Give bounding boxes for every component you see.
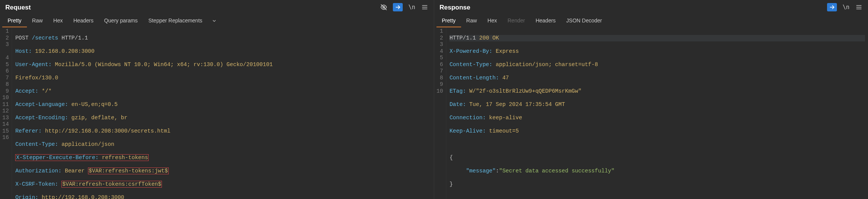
tab-hex[interactable]: Hex (482, 15, 502, 27)
response-tabs: Pretty Raw Hex Render Headers JSON Decod… (434, 14, 868, 27)
tab-pretty[interactable]: Pretty (2, 15, 27, 27)
newline-icon[interactable]: \n (408, 3, 416, 11)
request-tabs: Pretty Raw Hex Headers Query params Step… (0, 14, 434, 27)
response-gutter: 12345678910 (434, 27, 446, 199)
response-code[interactable]: 12345678910 HTTP/1.1 200 OK X-Powered-By… (434, 27, 868, 199)
tab-raw[interactable]: Raw (461, 15, 482, 27)
request-gutter: 12345678910111213141516 (0, 27, 12, 199)
send-icon[interactable] (827, 3, 837, 11)
send-icon[interactable] (393, 3, 403, 11)
tab-headers[interactable]: Headers (68, 15, 99, 27)
request-toolbar: \n (378, 1, 430, 14)
request-panel: Request \n Pretty Raw Hex Headers Query … (0, 0, 434, 199)
request-title: Request (5, 3, 31, 11)
tab-headers[interactable]: Headers (530, 15, 561, 27)
response-panel: Response \n Pretty Raw Hex Render Header… (434, 0, 868, 199)
request-code-body[interactable]: POST /secrets HTTP/1.1 Host: 192.168.0.2… (12, 27, 434, 199)
tab-pretty[interactable]: Pretty (436, 15, 461, 27)
request-code[interactable]: 12345678910111213141516 POST /secrets HT… (0, 27, 434, 199)
newline-icon[interactable]: \n (842, 3, 850, 11)
chevron-down-icon[interactable] (208, 16, 221, 27)
response-code-body[interactable]: HTTP/1.1 200 OK X-Powered-By: Express Co… (446, 27, 868, 199)
tab-hex[interactable]: Hex (48, 15, 68, 27)
tab-raw[interactable]: Raw (27, 15, 48, 27)
menu-icon[interactable] (855, 3, 863, 11)
tab-render[interactable]: Render (502, 15, 531, 27)
response-title: Response (439, 3, 470, 11)
visibility-off-icon[interactable] (380, 3, 388, 11)
response-toolbar: \n (826, 1, 864, 14)
tab-json-decoder[interactable]: JSON Decoder (561, 15, 607, 27)
tab-query-params[interactable]: Query params (99, 15, 143, 27)
menu-icon[interactable] (421, 3, 429, 11)
tab-stepper-replacements[interactable]: Stepper Replacements (143, 15, 207, 27)
